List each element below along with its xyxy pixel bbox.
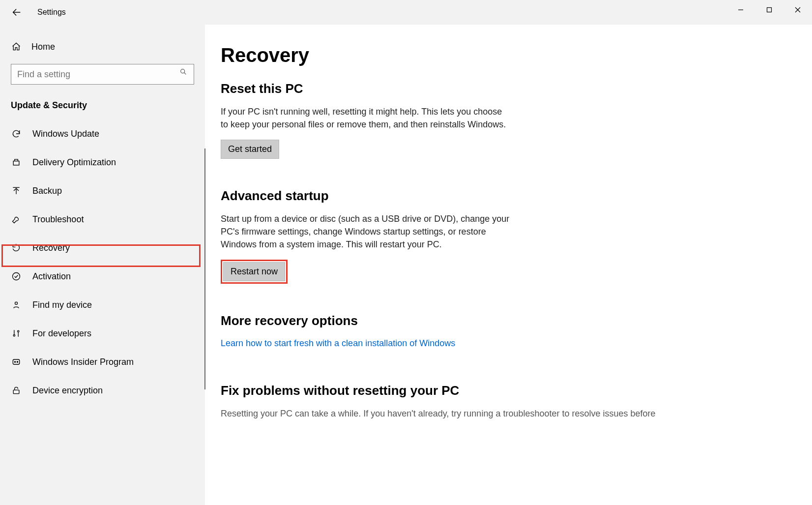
sidebar-item-label: Recovery: [32, 243, 70, 253]
advanced-heading: Advanced startup: [221, 188, 792, 204]
home-icon: [11, 41, 22, 52]
more-heading: More recovery options: [221, 313, 792, 328]
svg-point-15: [18, 330, 19, 332]
nav-list: Windows Update Delivery Optimization Bac…: [0, 119, 205, 405]
lock-icon: [11, 385, 22, 396]
svg-point-18: [17, 361, 18, 362]
location-icon: [11, 299, 22, 310]
sidebar-item-delivery-optimization[interactable]: Delivery Optimization: [0, 148, 205, 177]
sidebar-item-label: Troubleshoot: [32, 214, 84, 225]
minimize-button[interactable]: [726, 0, 755, 20]
sidebar-item-label: Activation: [32, 271, 71, 282]
close-icon: [794, 6, 801, 13]
insider-icon: [11, 356, 22, 367]
sidebar-item-troubleshoot[interactable]: Troubleshoot: [0, 205, 205, 234]
reset-body: If your PC isn't running well, resetting…: [221, 105, 511, 131]
svg-rect-19: [13, 390, 19, 394]
sidebar: Home Update & Security Windows Update: [0, 25, 205, 505]
sidebar-item-label: Device encryption: [32, 386, 103, 396]
sidebar-item-find-my-device[interactable]: Find my device: [0, 291, 205, 319]
sidebar-item-windows-update[interactable]: Windows Update: [0, 119, 205, 148]
sidebar-item-label: Windows Insider Program: [32, 357, 134, 367]
backup-icon: [11, 185, 22, 196]
fix-heading: Fix problems without resetting your PC: [221, 383, 792, 398]
check-circle-icon: [11, 271, 22, 282]
sync-icon: [11, 128, 22, 139]
content: Recovery Reset this PC If your PC isn't …: [205, 25, 812, 505]
fresh-start-link[interactable]: Learn how to start fresh with a clean in…: [221, 338, 455, 349]
svg-rect-7: [13, 161, 19, 165]
svg-point-10: [13, 273, 20, 280]
search-wrap: [0, 57, 205, 87]
reset-heading: Reset this PC: [221, 81, 792, 96]
maximize-icon: [766, 7, 772, 13]
sidebar-item-device-encryption[interactable]: Device encryption: [0, 376, 205, 405]
search-icon: [179, 68, 187, 78]
back-button[interactable]: [9, 4, 25, 20]
body: Home Update & Security Windows Update: [0, 25, 812, 505]
home-nav[interactable]: Home: [0, 36, 205, 57]
svg-point-17: [14, 361, 15, 362]
highlight-restart-now: Restart now: [221, 260, 288, 284]
sidebar-item-backup[interactable]: Backup: [0, 177, 205, 205]
svg-rect-2: [767, 8, 772, 12]
sidebar-item-activation[interactable]: Activation: [0, 262, 205, 291]
category-heading: Update & Security: [0, 87, 205, 119]
sidebar-item-windows-insider[interactable]: Windows Insider Program: [0, 348, 205, 376]
delivery-icon: [11, 157, 22, 168]
close-button[interactable]: [783, 0, 812, 20]
settings-window: Settings Home: [0, 0, 812, 505]
minimize-icon: [738, 7, 744, 13]
svg-line-6: [184, 73, 186, 75]
sidebar-item-label: For developers: [32, 328, 91, 339]
sidebar-item-label: Find my device: [32, 300, 92, 310]
svg-point-11: [15, 302, 18, 304]
sidebar-item-label: Backup: [32, 186, 62, 196]
back-arrow-icon: [11, 7, 22, 18]
recovery-icon: [11, 242, 22, 253]
get-started-button[interactable]: Get started: [221, 140, 279, 159]
home-label: Home: [31, 42, 55, 52]
restart-now-button[interactable]: Restart now: [223, 262, 285, 281]
sidebar-item-label: Windows Update: [32, 129, 99, 139]
window-controls: [726, 0, 812, 20]
search-input[interactable]: [11, 64, 194, 85]
svg-point-13: [13, 335, 15, 336]
sidebar-item-recovery[interactable]: Recovery: [0, 234, 205, 262]
content-inner: Recovery Reset this PC If your PC isn't …: [221, 44, 792, 420]
maximize-button[interactable]: [755, 0, 783, 20]
fix-body: Resetting your PC can take a while. If y…: [221, 407, 673, 420]
developer-icon: [11, 328, 22, 339]
sidebar-item-label: Delivery Optimization: [32, 157, 116, 168]
advanced-body: Start up from a device or disc (such as …: [221, 212, 511, 251]
window-title: Settings: [37, 8, 66, 17]
wrench-icon: [11, 214, 22, 225]
titlebar: Settings: [0, 0, 812, 25]
svg-point-5: [181, 69, 185, 73]
sidebar-item-for-developers[interactable]: For developers: [0, 319, 205, 348]
svg-rect-16: [13, 359, 19, 364]
page-title: Recovery: [221, 44, 792, 66]
